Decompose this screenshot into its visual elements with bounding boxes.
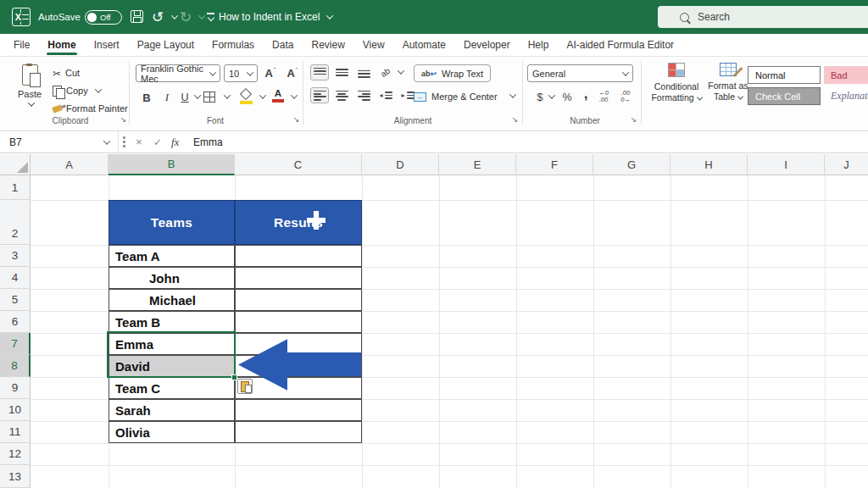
row-header-13[interactable]: 13 — [0, 465, 31, 488]
number-format-select[interactable]: General — [527, 64, 633, 82]
bottom-align-button[interactable] — [354, 64, 373, 80]
orientation-button[interactable]: ab — [376, 64, 395, 80]
style-chip-explanatory[interactable]: Explanatory — [824, 87, 868, 105]
column-header-G[interactable]: G — [593, 154, 670, 175]
cell-C5[interactable] — [235, 289, 362, 311]
search-input[interactable]: Search — [658, 6, 868, 28]
cell-B4[interactable]: John — [108, 267, 235, 289]
style-chip-bad[interactable]: Bad — [824, 66, 868, 84]
borders-chevron-icon[interactable] — [224, 92, 231, 98]
merge-center-button[interactable]: ↔ Merge & Center — [414, 88, 498, 105]
row-header-2[interactable]: 2 — [0, 200, 31, 245]
tab-file[interactable]: File — [14, 39, 30, 51]
column-header-I[interactable]: I — [748, 154, 825, 175]
font-color-button[interactable]: A — [271, 88, 285, 103]
tab-developer[interactable]: Developer — [464, 39, 510, 51]
tab-data[interactable]: Data — [272, 39, 293, 51]
italic-button[interactable]: I — [159, 89, 175, 106]
underline-chevron-icon[interactable] — [194, 92, 201, 98]
save-icon[interactable] — [131, 10, 143, 23]
conditional-formatting-button[interactable]: Conditional Formatting — [647, 63, 706, 103]
tab-automate[interactable]: Automate — [403, 39, 446, 51]
column-header-J[interactable]: J — [825, 154, 868, 175]
copy-chevron-icon[interactable] — [94, 86, 101, 92]
comma-format-button[interactable]: , — [578, 86, 593, 103]
insert-function-icon[interactable]: fx — [171, 131, 179, 152]
paste-chevron-icon[interactable] — [28, 99, 35, 106]
format-painter-button[interactable]: Format Painter — [53, 100, 128, 117]
currency-chevron-icon[interactable] — [548, 92, 555, 98]
copy-button[interactable]: Copy — [53, 82, 101, 99]
currency-format-button[interactable]: $ — [532, 89, 548, 106]
row-header-3[interactable]: 3 — [0, 245, 31, 267]
fill-color-chevron-icon[interactable] — [259, 92, 266, 98]
tab-review[interactable]: Review — [311, 39, 344, 51]
fill-handle[interactable] — [231, 374, 237, 380]
tab-formulas[interactable]: Formulas — [212, 39, 254, 51]
merge-center-chevron-icon[interactable] — [509, 91, 516, 97]
name-box-chevron-icon[interactable] — [103, 137, 110, 144]
font-dialog-launcher-icon[interactable] — [292, 115, 301, 125]
orientation-chevron-icon[interactable] — [398, 67, 404, 74]
font-color-chevron-icon[interactable] — [291, 92, 298, 98]
table-header-cell-C2[interactable]: Results — [235, 200, 362, 245]
tab-home[interactable]: Home — [47, 39, 75, 51]
cell-B10[interactable]: Sarah — [108, 399, 235, 421]
row-header-7[interactable]: 7 — [0, 333, 31, 355]
column-header-C[interactable]: C — [235, 154, 362, 175]
align-center-button[interactable] — [332, 87, 351, 103]
row-header-5[interactable]: 5 — [0, 289, 31, 311]
undo-chevron-icon[interactable] — [169, 0, 177, 34]
undo-icon[interactable]: ↺ — [152, 0, 164, 34]
cell-B9[interactable]: Team C — [108, 377, 235, 399]
row-header-9[interactable]: 9 — [0, 377, 31, 399]
cell-C11[interactable] — [235, 421, 362, 443]
row-header-11[interactable]: 11 — [0, 421, 31, 443]
cell-C10[interactable] — [235, 399, 362, 421]
tab-insert[interactable]: Insert — [94, 39, 120, 51]
align-right-button[interactable] — [354, 87, 373, 103]
wrap-text-button[interactable]: ab↩ Wrap Text — [414, 64, 491, 82]
column-header-B[interactable]: B — [108, 154, 235, 175]
column-header-F[interactable]: F — [516, 154, 593, 175]
column-header-E[interactable]: E — [439, 154, 516, 175]
table-header-cell-B2[interactable]: Teams — [108, 200, 235, 245]
cut-button[interactable]: Cut — [53, 64, 80, 81]
tab-help[interactable]: Help — [528, 39, 549, 51]
fill-color-button[interactable] — [239, 89, 253, 104]
cancel-icon[interactable]: × — [136, 131, 142, 152]
bold-button[interactable]: B — [139, 89, 154, 106]
cell-C3[interactable] — [235, 245, 362, 267]
increase-decimal-button[interactable]: ←0.00 — [595, 90, 612, 104]
number-dialog-launcher-icon[interactable] — [629, 115, 638, 125]
shrink-font-button[interactable]: Aˇ — [285, 64, 300, 81]
row-header-1[interactable]: 1 — [0, 175, 31, 200]
font-size-select[interactable]: 10 — [224, 64, 258, 82]
cell-B6[interactable]: Team B — [108, 311, 235, 333]
clipboard-dialog-launcher-icon[interactable] — [119, 115, 128, 125]
tab-ai-aided-formula-editor[interactable]: AI-aided Formula Editor — [566, 39, 674, 51]
cell-B11[interactable]: Olivia — [108, 421, 235, 443]
column-header-H[interactable]: H — [670, 154, 748, 175]
enter-icon[interactable]: ✓ — [153, 131, 162, 152]
underline-button[interactable]: U — [177, 89, 192, 106]
select-all-corner[interactable] — [0, 154, 31, 175]
tab-page-layout[interactable]: Page Layout — [137, 39, 194, 51]
column-header-D[interactable]: D — [362, 154, 439, 175]
paste-button[interactable]: Paste — [12, 63, 47, 120]
document-title[interactable]: How to Indent in Excel — [219, 0, 332, 34]
cell-C4[interactable] — [235, 267, 362, 289]
alignment-dialog-launcher-icon[interactable] — [510, 115, 520, 125]
column-header-A[interactable]: A — [31, 154, 108, 175]
formula-bar-content[interactable]: Emma — [193, 131, 223, 152]
style-chip-check-cell[interactable]: Check Cell — [748, 87, 821, 105]
align-left-button[interactable] — [310, 87, 329, 103]
row-header-12[interactable]: 12 — [0, 443, 31, 465]
font-name-select[interactable]: Franklin Gothic Mec — [136, 64, 220, 82]
cell-B3[interactable]: Team A — [108, 245, 235, 267]
name-box[interactable]: B7 — [0, 131, 119, 152]
cell-B8[interactable]: David — [108, 355, 235, 377]
row-header-8[interactable]: 8 — [0, 355, 31, 377]
cell-B7[interactable]: Emma — [108, 333, 235, 355]
autosave-toggle[interactable]: Off — [85, 10, 122, 25]
